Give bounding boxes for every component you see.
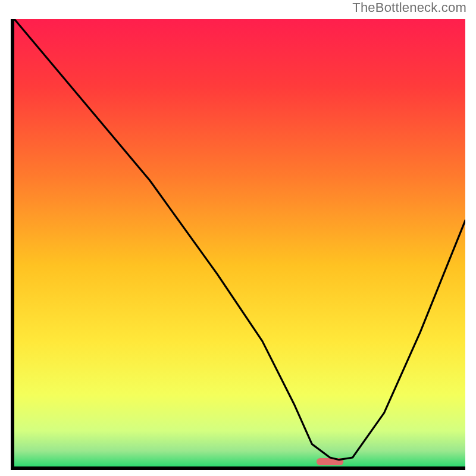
x-axis-line xyxy=(11,466,465,470)
chart-container xyxy=(11,19,465,470)
plot-area xyxy=(11,19,465,470)
chart-svg xyxy=(11,19,465,470)
y-axis-line xyxy=(11,19,14,470)
svg-rect-0 xyxy=(14,19,465,466)
watermark-text: TheBottleneck.com xyxy=(352,0,466,15)
